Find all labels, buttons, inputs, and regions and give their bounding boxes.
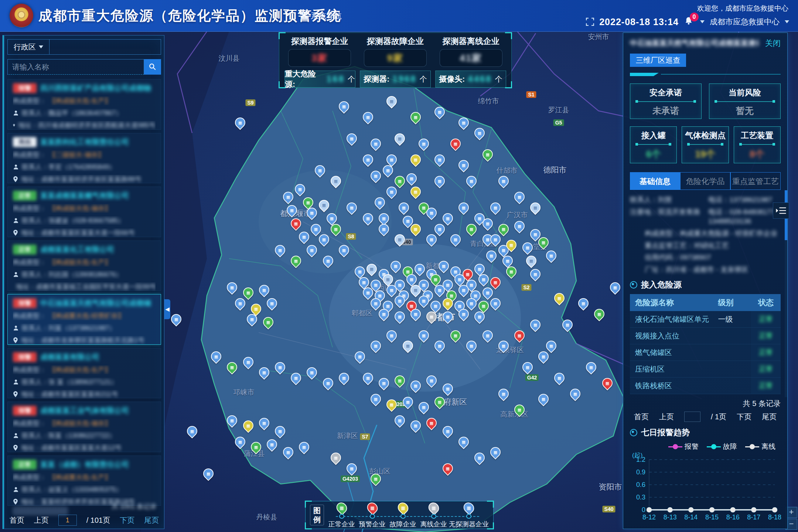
- col-status: 状态: [751, 297, 781, 308]
- search-input[interactable]: [7, 59, 144, 75]
- status-badge: 正常: [13, 460, 37, 470]
- prev-page-button[interactable]: 上页: [659, 412, 674, 422]
- equipment-stat-value: 6个: [630, 148, 676, 161]
- legend-item-离线[interactable]: 离线: [745, 442, 775, 451]
- hazard-level: [718, 328, 751, 344]
- building-icon: ▦: [443, 214, 452, 223]
- building-icon: ▦: [398, 504, 408, 512]
- company-card[interactable]: 离线 某某胜利化工有限责任公司 构成类型： 【二级较大-储存】 联系人：李宏（1…: [7, 133, 161, 184]
- legend-node-icon: [466, 514, 471, 519]
- chevron-down-icon[interactable]: [700, 20, 705, 23]
- tab-危险化学品[interactable]: 危险化学品: [680, 172, 730, 190]
- building-icon: ▦: [427, 312, 436, 321]
- region-filter-select[interactable]: 行政区: [8, 40, 50, 54]
- total-pages: / 1页: [711, 412, 726, 422]
- company-card[interactable]: 正常 某某（成都）有限责任公司 构成类型： 【构成重大危-生产】 联系人：赵某义…: [7, 456, 161, 506]
- company-card[interactable]: 报警 中石油某某天然气有限公司成都储配站 构成类型： 【构成重大危-经营贮存】 …: [7, 294, 161, 345]
- tab-重点监管工艺[interactable]: 重点监管工艺: [730, 172, 781, 190]
- building-icon: ▦: [324, 379, 332, 388]
- system-nav-label: 系统导航: [311, 11, 342, 21]
- page-number-input[interactable]: [58, 515, 77, 526]
- building-icon: ▦: [455, 275, 464, 284]
- company-contact: 联系人：张 某（13896377121）: [22, 378, 117, 386]
- hazard-row[interactable]: 铁路栈桥区 正常: [630, 378, 781, 394]
- building-icon: ▦: [276, 363, 284, 372]
- building-icon: ▦: [539, 352, 548, 361]
- building-icon: ▦: [371, 299, 380, 308]
- company-card[interactable]: 报警 成都某某工业气体有限公司 构成类型： 【构成较大危-储存】 联系人：陈某（…: [7, 402, 161, 452]
- hazard-row[interactable]: 视频接入点位 正常: [630, 328, 781, 344]
- hazard-status: 正常: [751, 378, 781, 394]
- redacted-button[interactable]: [13, 507, 68, 515]
- system-nav-button[interactable]: 系统导航: [301, 0, 342, 31]
- building-icon: ▦: [515, 222, 524, 231]
- building-icon: ▦: [403, 341, 412, 350]
- divider-decoration: [630, 73, 781, 76]
- fullscreen-icon[interactable]: [586, 18, 594, 26]
- hazard-row[interactable]: 压缩机区 正常: [630, 361, 781, 378]
- chevron-down-icon[interactable]: [785, 20, 789, 23]
- location-icon: [13, 230, 18, 236]
- legend-label: 预警企业: [359, 520, 386, 529]
- hazard-row[interactable]: 液化石油气储罐区单元 一级 正常: [630, 311, 781, 328]
- legend-pin-icon: ▦: [461, 500, 476, 515]
- last-page-button[interactable]: 尾页: [144, 515, 159, 525]
- search-row: [7, 59, 161, 75]
- 3d-patrol-button[interactable]: 三维厂区巡查: [630, 54, 686, 67]
- notification-bell[interactable]: 0: [684, 16, 695, 27]
- legend-pin-icon: ▦: [395, 500, 410, 515]
- legend-title: 图例: [310, 505, 324, 525]
- close-panel-button[interactable]: 关闭: [765, 38, 781, 48]
- divider: [636, 101, 695, 102]
- company-card[interactable]: 报警 四川西部某矿产品有限公司成都物流分公司 构成类型： 【构成较大危-生产】 …: [7, 79, 161, 130]
- first-page-button[interactable]: 首页: [634, 412, 649, 422]
- company-list: 报警 四川西部某矿产品有限公司成都物流分公司 构成类型： 【构成较大危-生产】 …: [7, 79, 161, 506]
- tab-基础信息[interactable]: 基础信息: [630, 172, 680, 190]
- divider: [636, 144, 671, 145]
- next-page-button[interactable]: 下页: [737, 412, 751, 422]
- company-card[interactable]: 正常 成都某某化工有限公司 构成类型： 【构成较大危-生产】 联系人：刘志国（1…: [7, 241, 161, 291]
- panel-collapse-button[interactable]: [773, 202, 789, 219]
- company-card[interactable]: 正常 某某成都某某燃气有限公司 构成类型： 【构成较大危-储存】 联系人：张建波…: [7, 187, 161, 237]
- info-field-line: 构成类型：构成重大危险源 - 经营贮存企业: [630, 229, 781, 238]
- page-number-input[interactable]: [684, 412, 700, 422]
- search-button[interactable]: [144, 59, 161, 75]
- building-icon: ▦: [475, 265, 484, 273]
- building-icon: ▦: [483, 219, 492, 228]
- building-icon: ▦: [324, 256, 332, 265]
- corner-decoration: [505, 81, 512, 88]
- building-icon: ▦: [515, 192, 524, 201]
- hazard-level: [718, 378, 751, 394]
- company-name: 成都某某有限公司: [40, 352, 99, 362]
- hazard-table: 危险源名称 级别 状态 液化石油气储罐区单元 一级 正常视频接入点位 正常燃气储…: [630, 294, 781, 394]
- current-risk-box: 当前风险 暂无: [709, 83, 781, 119]
- building-icon: ▦: [395, 416, 404, 425]
- grid-icon: [301, 13, 307, 19]
- company-contact: 联系人：张建波（028-83667585）: [22, 216, 125, 225]
- safety-promise-title: 安全承诺: [630, 87, 701, 98]
- next-page-button[interactable]: 下页: [120, 515, 134, 525]
- building-icon: ▦: [371, 280, 380, 289]
- prev-page-button[interactable]: 上页: [34, 515, 49, 525]
- company-type-value: 【二级较大-储存】: [49, 150, 105, 159]
- legend-item-故障[interactable]: 故障: [707, 442, 737, 451]
- building-icon: ▦: [475, 129, 484, 137]
- building-icon: ▦: [244, 358, 253, 366]
- building-icon: ▦: [399, 203, 408, 212]
- legend-label: 故障企业: [390, 520, 416, 529]
- first-page-button[interactable]: 首页: [10, 515, 24, 525]
- panel-scrollbar[interactable]: [785, 190, 787, 397]
- building-icon: ▦: [260, 286, 269, 294]
- building-icon: ▦: [427, 376, 436, 385]
- header-toolbar: 2022-08-18 13:14 0 成都市应急救援中心: [586, 16, 789, 27]
- company-card[interactable]: 报警 成都某某有限公司 构成类型： 【构成较大危-生产】 联系人：张 某（138…: [7, 348, 161, 399]
- sidebar-collapse-handle[interactable]: ◀: [164, 299, 170, 319]
- building-icon: ▦: [523, 243, 532, 252]
- hazard-row[interactable]: 燃气储罐区 正常: [630, 344, 781, 361]
- legend-item-报警[interactable]: 报警: [668, 442, 699, 451]
- building-icon: ▦: [307, 368, 316, 377]
- left-edge-accent: [3, 35, 4, 529]
- status-badge: 报警: [13, 298, 37, 308]
- building-icon: ▦: [459, 437, 468, 446]
- last-page-button[interactable]: 尾页: [762, 412, 777, 422]
